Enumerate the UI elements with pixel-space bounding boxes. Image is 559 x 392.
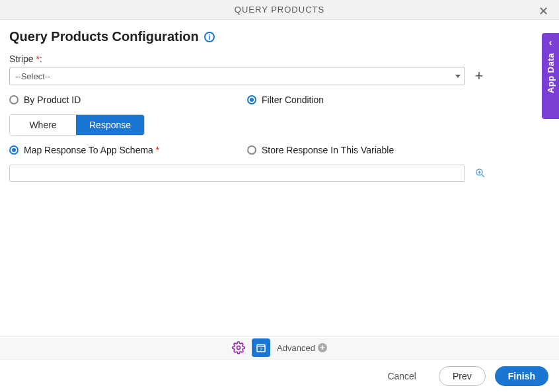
prev-button[interactable]: Prev bbox=[439, 366, 486, 386]
finish-button[interactable]: Finish bbox=[495, 366, 548, 386]
advanced-button[interactable]: Advanced + bbox=[277, 343, 327, 353]
radio-label-filter-condition: Filter Condition bbox=[262, 95, 324, 105]
radio-by-product-id[interactable]: By Product ID bbox=[9, 95, 247, 105]
svg-point-4 bbox=[237, 346, 241, 350]
radio-map-to-schema[interactable]: Map Response To App Schema * bbox=[9, 145, 247, 155]
close-icon[interactable]: ✕ bbox=[535, 3, 552, 20]
tab-where[interactable]: Where bbox=[10, 115, 76, 135]
search-icon[interactable] bbox=[474, 167, 486, 179]
add-stripe-button[interactable]: + bbox=[470, 67, 488, 85]
chevron-down-icon bbox=[455, 75, 461, 78]
gear-icon[interactable] bbox=[232, 341, 245, 354]
plus-circle-icon: + bbox=[318, 343, 327, 352]
dialog-header: QUERY PRODUCTS ✕ bbox=[0, 0, 559, 20]
radio-icon bbox=[9, 145, 19, 155]
dialog-content: Query Products Configuration i Stripe *:… bbox=[0, 20, 559, 182]
page-title: Query Products Configuration bbox=[9, 29, 199, 44]
package-help-icon[interactable]: ? bbox=[252, 338, 270, 357]
stripe-select[interactable]: --Select-- bbox=[9, 67, 465, 85]
dialog-footer: Cancel Prev Finish bbox=[0, 360, 559, 392]
stripe-label: Stripe *: bbox=[9, 54, 550, 64]
advanced-label: Advanced bbox=[277, 343, 315, 353]
radio-store-in-variable[interactable]: Store Response In This Variable bbox=[247, 145, 394, 155]
svg-line-1 bbox=[482, 175, 484, 177]
map-schema-input[interactable] bbox=[9, 165, 465, 182]
chevron-left-icon: ‹ bbox=[549, 37, 552, 48]
radio-label-store-in-variable: Store Response In This Variable bbox=[262, 145, 394, 155]
required-asterisk: * bbox=[36, 54, 39, 64]
app-data-label: App Data bbox=[546, 53, 556, 93]
cancel-button[interactable]: Cancel bbox=[374, 366, 429, 386]
bottom-toolbar: ? Advanced + bbox=[0, 336, 559, 360]
tab-response[interactable]: Response bbox=[76, 115, 144, 135]
dialog-title: QUERY PRODUCTS bbox=[235, 5, 324, 15]
radio-icon bbox=[247, 95, 256, 104]
info-icon[interactable]: i bbox=[204, 32, 215, 42]
stripe-select-value: --Select-- bbox=[15, 71, 50, 81]
radio-filter-condition[interactable]: Filter Condition bbox=[247, 95, 324, 105]
app-data-side-tab[interactable]: ‹ App Data bbox=[542, 33, 559, 119]
required-asterisk: * bbox=[156, 145, 159, 155]
radio-label-map-to-schema: Map Response To App Schema * bbox=[24, 145, 159, 155]
tab-group: Where Response bbox=[9, 114, 145, 136]
svg-text:?: ? bbox=[260, 347, 262, 352]
radio-icon bbox=[9, 95, 19, 104]
radio-icon bbox=[247, 145, 256, 155]
radio-label-by-product-id: By Product ID bbox=[24, 95, 81, 105]
